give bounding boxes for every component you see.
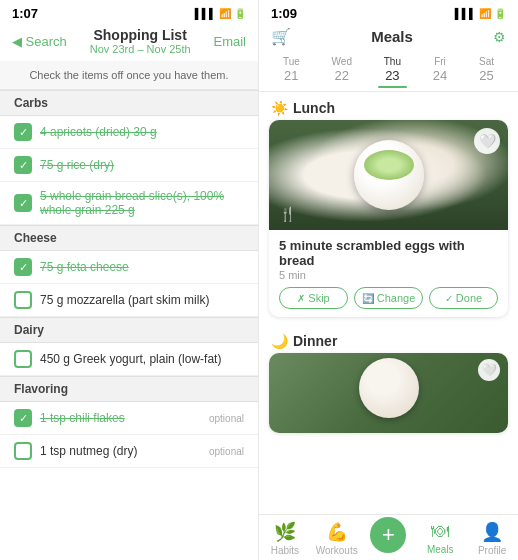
list-item[interactable]: 1 tsp nutmeg (dry) optional (0, 435, 258, 468)
item-label: 1 tsp nutmeg (dry) (40, 444, 137, 458)
email-button[interactable]: Email (213, 34, 246, 49)
food-visual (364, 150, 414, 180)
day-sat[interactable]: Sat 25 (473, 54, 500, 87)
section-dairy: Dairy (0, 317, 258, 343)
nav-profile[interactable]: 👤 Profile (466, 521, 518, 556)
day-thu[interactable]: Thu 23 (378, 54, 407, 87)
time-left: 1:07 (12, 6, 38, 21)
meals-content[interactable]: ☀️ Lunch 🤍 🍴 5 minute scrambled eggs wit… (259, 92, 518, 514)
wifi-icon: 📶 (219, 8, 231, 19)
dinner-card: 🤍 (269, 353, 508, 433)
lunch-header: ☀️ Lunch (259, 92, 518, 120)
checkbox-flavoring-2[interactable] (14, 442, 32, 460)
meals-title: Meals (371, 28, 413, 45)
lunch-icon: ☀️ (271, 100, 288, 116)
nav-habits[interactable]: 🌿 Habits (259, 521, 311, 556)
meals-nav-icon: 🍽 (431, 521, 449, 542)
skip-button[interactable]: ✗ Skip (279, 287, 348, 309)
day-tue[interactable]: Tue 21 (277, 54, 306, 87)
nav-workouts[interactable]: 💪 Workouts (311, 521, 363, 556)
optional-badge: optional (209, 446, 244, 457)
list-item[interactable]: ✓ 5 whole grain bread slice(s), 100% who… (0, 182, 258, 225)
left-panel: 1:07 ▌▌▌ 📶 🔋 ◀ Search Shopping List Nov … (0, 0, 259, 560)
section-flavoring: Flavoring (0, 376, 258, 402)
meal-image: 🤍 🍴 (269, 120, 508, 230)
optional-badge: optional (209, 413, 244, 424)
workouts-icon: 💪 (326, 521, 348, 543)
item-label: 75 g rice (dry) (40, 158, 114, 172)
lunch-label: Lunch (293, 100, 335, 116)
meal-food-visual (269, 120, 508, 230)
add-button[interactable]: + (370, 517, 406, 553)
shopping-list-scroll[interactable]: Carbs ✓ 4 apricots (dried) 30 g ✓ 75 g r… (0, 90, 258, 560)
status-icons-left: ▌▌▌ 📶 🔋 (195, 8, 246, 19)
checkbox-carb-3[interactable]: ✓ (14, 194, 32, 212)
battery-icon-right: 🔋 (494, 8, 506, 19)
change-icon: 🔄 (362, 293, 374, 304)
dinner-heart-button[interactable]: 🤍 (478, 359, 500, 381)
lunch-card: 🤍 🍴 5 minute scrambled eggs with bread 5… (269, 120, 508, 317)
checkbox-flavoring-1[interactable]: ✓ (14, 409, 32, 427)
done-icon: ✓ (445, 293, 453, 304)
list-item[interactable]: ✓ 75 g feta cheese (0, 251, 258, 284)
nav-bar-right: 🛒 Meals ⚙ (259, 23, 518, 50)
status-bar-right: 1:09 ▌▌▌ 📶 🔋 (259, 0, 518, 23)
list-item[interactable]: 450 g Greek yogurt, plain (low-fat) (0, 343, 258, 376)
skip-label: Skip (308, 292, 329, 304)
change-button[interactable]: 🔄 Change (354, 287, 423, 309)
status-icons-right: ▌▌▌ 📶 🔋 (455, 8, 506, 19)
habits-icon: 🌿 (274, 521, 296, 543)
list-item[interactable]: ✓ 4 apricots (dried) 30 g (0, 116, 258, 149)
checkbox-carb-2[interactable]: ✓ (14, 156, 32, 174)
day-fri[interactable]: Fri 24 (427, 54, 453, 87)
checkbox-dairy-1[interactable] (14, 350, 32, 368)
section-carbs: Carbs (0, 90, 258, 116)
time-right: 1:09 (271, 6, 297, 21)
bottom-nav: 🌿 Habits 💪 Workouts + 🍽 Meals 👤 Profile (259, 514, 518, 560)
right-panel: 1:09 ▌▌▌ 📶 🔋 🛒 Meals ⚙ Tue 21 Wed 22 Thu… (259, 0, 518, 560)
checkbox-carb-1[interactable]: ✓ (14, 123, 32, 141)
cart-icon: 🛒 (271, 27, 291, 46)
habits-label: Habits (271, 545, 299, 556)
dinner-icon: 🌙 (271, 333, 288, 349)
signal-icon-right: ▌▌▌ (455, 8, 476, 19)
shopping-list-title: Shopping List (90, 27, 191, 43)
done-label: Done (456, 292, 482, 304)
list-item[interactable]: ✓ 1 tsp chili flakes optional (0, 402, 258, 435)
dinner-label: Dinner (293, 333, 337, 349)
date-range: Nov 23rd – Nov 25th (90, 43, 191, 55)
done-button[interactable]: ✓ Done (429, 287, 498, 309)
meals-nav-label: Meals (427, 544, 454, 555)
heart-button[interactable]: 🤍 (474, 128, 500, 154)
nav-add[interactable]: + (363, 521, 415, 556)
nav-meals[interactable]: 🍽 Meals (414, 521, 466, 556)
list-item[interactable]: 75 g mozzarella (part skim milk) (0, 284, 258, 317)
item-label: 5 whole grain bread slice(s), 100% whole… (40, 189, 244, 217)
workouts-label: Workouts (316, 545, 358, 556)
section-cheese: Cheese (0, 225, 258, 251)
signal-icon: ▌▌▌ (195, 8, 216, 19)
settings-icon[interactable]: ⚙ (493, 29, 506, 45)
days-bar: Tue 21 Wed 22 Thu 23 Fri 24 Sat 25 (259, 50, 518, 92)
dinner-image: 🤍 (269, 353, 508, 433)
info-banner: Check the items off once you have them. (0, 61, 258, 90)
day-wed[interactable]: Wed 22 (326, 54, 358, 87)
item-label: 75 g feta cheese (40, 260, 129, 274)
item-label: 4 apricots (dried) 30 g (40, 125, 157, 139)
profile-label: Profile (478, 545, 506, 556)
skip-icon: ✗ (297, 293, 305, 304)
battery-icon: 🔋 (234, 8, 246, 19)
profile-icon: 👤 (481, 521, 503, 543)
nav-bar-left: ◀ Search Shopping List Nov 23rd – Nov 25… (0, 23, 258, 61)
meal-name: 5 minute scrambled eggs with bread (279, 238, 498, 268)
checkbox-cheese-2[interactable] (14, 291, 32, 309)
checkbox-cheese-1[interactable]: ✓ (14, 258, 32, 276)
item-label: 1 tsp chili flakes (40, 411, 125, 425)
item-label: 75 g mozzarella (part skim milk) (40, 293, 209, 307)
item-label: 450 g Greek yogurt, plain (low-fat) (40, 352, 221, 366)
list-item[interactable]: ✓ 75 g rice (dry) (0, 149, 258, 182)
back-button[interactable]: ◀ Search (12, 34, 67, 49)
dinner-header: 🌙 Dinner (259, 325, 518, 353)
meal-info: 5 minute scrambled eggs with bread 5 min (269, 230, 508, 287)
meal-actions: ✗ Skip 🔄 Change ✓ Done (269, 287, 508, 317)
